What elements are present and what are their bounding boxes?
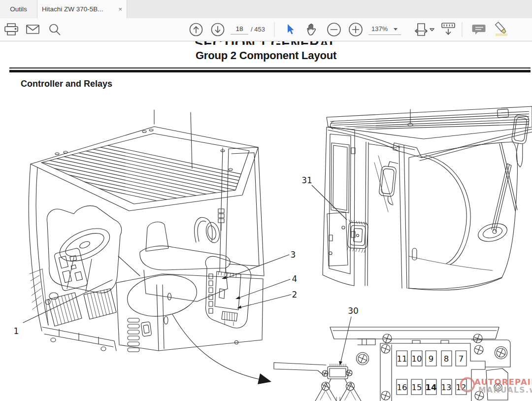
callout-label-30: 30	[348, 306, 359, 316]
zoom-level-dropdown[interactable]: 137%	[368, 24, 401, 35]
callout-label-4: 4	[292, 274, 298, 284]
close-tab-icon[interactable]: ×	[118, 6, 122, 12]
component-layout-figure: 1 3 4 2	[0, 41, 532, 401]
chevron-down-icon	[430, 29, 434, 31]
chevron-down-icon	[394, 28, 398, 31]
cab-rear-diagram: 31	[301, 106, 532, 290]
tab-outils[interactable]: Outils	[0, 0, 37, 18]
tab-document[interactable]: Hitachi ZW 370-5B... ×	[37, 0, 127, 18]
tab-bar: Outils Hitachi ZW 370-5B... ×	[0, 0, 532, 18]
page-number-input[interactable]: 18	[231, 24, 248, 34]
acrobat-window: Outils Hitachi ZW 370-5B... ×	[0, 0, 532, 401]
document-page: SECTION 1 GENERAL Group 2 Component Layo…	[0, 41, 532, 401]
tab-document-label: Hitachi ZW 370-5B...	[42, 5, 103, 13]
callout-label-31: 31	[301, 175, 312, 185]
callout-label-1: 1	[14, 326, 19, 336]
fuse-row-2: 16 15 14 13 12	[397, 379, 466, 395]
fuse-number: 9	[429, 354, 434, 364]
select-tool-icon[interactable]	[288, 24, 294, 34]
zoom-callout-ellipse	[124, 270, 200, 321]
fuse-number: 8	[444, 354, 449, 364]
fuse-row-1: 11 10 9 8 7	[397, 351, 466, 366]
print-icon[interactable]	[5, 24, 18, 35]
zoom-in-icon[interactable]	[349, 23, 362, 36]
zoom-out-icon[interactable]	[328, 23, 340, 36]
toolbar-icons	[0, 18, 532, 41]
highlighter-icon[interactable]	[496, 22, 507, 36]
page-total-label: / 453	[251, 26, 265, 33]
cab-interior-diagram: 1 3 4 2	[14, 110, 298, 384]
watermark-line2: MANUALS.ws	[478, 386, 532, 395]
comment-icon[interactable]	[472, 25, 486, 34]
fit-width-icon[interactable]	[415, 24, 434, 35]
tab-outils-label: Outils	[10, 5, 27, 13]
fuse-number: 11	[397, 354, 407, 364]
callout-label-2: 2	[292, 290, 298, 300]
toolbar: 18 / 453 137%	[0, 18, 532, 41]
zoom-level-value: 137%	[368, 24, 388, 34]
fuse-number: 15	[412, 383, 422, 392]
fuse-number: 16	[397, 383, 407, 392]
page-down-icon[interactable]	[212, 24, 224, 36]
hide-toolbar-icon[interactable]	[442, 23, 455, 34]
hand-tool-icon[interactable]	[307, 24, 315, 35]
fuse-number: 7	[459, 354, 464, 364]
email-icon[interactable]	[27, 25, 39, 33]
fuse-number: 14	[426, 383, 437, 392]
page-up-icon[interactable]	[190, 24, 202, 36]
fuse-number: 10	[412, 354, 422, 364]
search-icon[interactable]	[50, 25, 60, 35]
zoom-arrow-head	[258, 373, 271, 384]
callout-label-3: 3	[291, 250, 296, 260]
zoom-arrow	[172, 314, 260, 379]
fuse-box-diagram: 11 10 9 8 7 16 15 14 13 12	[274, 306, 510, 401]
fuse-number: 13	[441, 383, 452, 392]
